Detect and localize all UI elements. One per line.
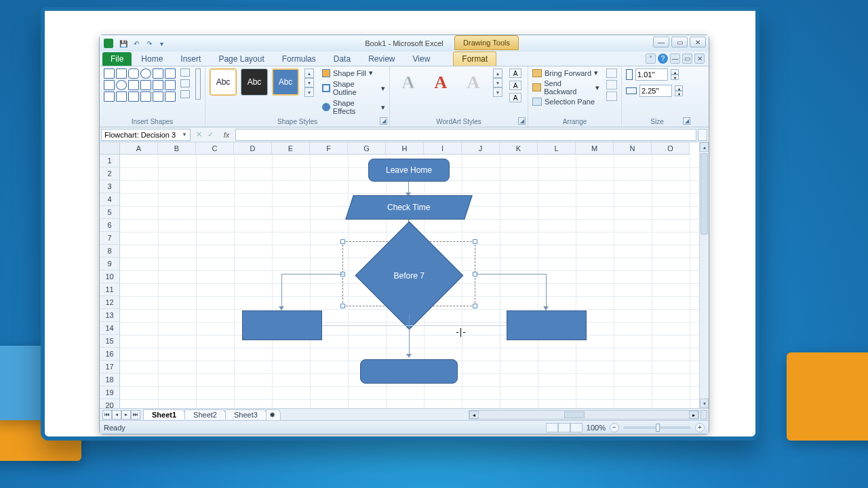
row-header[interactable]: 6 xyxy=(100,219,120,232)
workbook-restore-icon[interactable]: ▭ xyxy=(682,54,692,64)
row-header[interactable]: 15 xyxy=(100,335,120,348)
shape-style-2[interactable]: Abc xyxy=(241,68,268,96)
shape-outline-button[interactable]: Shape Outline ▾ xyxy=(322,80,385,96)
tab-review[interactable]: Review xyxy=(360,52,403,66)
row-header[interactable]: 4 xyxy=(100,193,120,206)
shape-styles-dialog-launcher[interactable]: ◢ xyxy=(380,117,387,125)
width-up[interactable]: ▴ xyxy=(675,85,683,91)
style-gallery-more-icon[interactable]: ▾ xyxy=(304,87,314,97)
col-header[interactable]: D xyxy=(234,142,272,155)
row-header[interactable]: 17 xyxy=(100,361,120,373)
page-break-view-button[interactable] xyxy=(570,423,583,432)
selection-pane-button[interactable]: Selection Pane xyxy=(532,98,599,106)
vscroll-thumb[interactable] xyxy=(701,153,708,235)
col-header[interactable]: L xyxy=(538,142,576,155)
minimize-ribbon-icon[interactable]: ˄ xyxy=(646,54,656,64)
gallery-more-icon[interactable] xyxy=(180,90,190,98)
hscroll-thumb[interactable] xyxy=(564,411,585,418)
row-header[interactable]: 7 xyxy=(100,232,120,245)
minimize-button[interactable]: — xyxy=(653,37,669,47)
col-header[interactable]: B xyxy=(158,142,196,155)
wordart-dialog-launcher[interactable]: ◢ xyxy=(518,117,526,125)
shape-process-left[interactable] xyxy=(242,310,322,340)
send-backward-button[interactable]: Send Backward ▾ xyxy=(532,79,599,96)
col-header[interactable]: M xyxy=(576,142,614,155)
shape-process-right[interactable] xyxy=(507,310,587,340)
wordart-gallery-up-icon[interactable]: ▴ xyxy=(493,68,502,78)
wordart-style-1[interactable]: A xyxy=(394,68,422,97)
row-header[interactable]: 10 xyxy=(100,270,120,283)
zoom-slider[interactable] xyxy=(623,426,691,429)
text-fill-button[interactable]: A xyxy=(509,68,521,78)
vertical-scrollbar[interactable]: ▴ ▾ xyxy=(699,142,709,408)
sheet-tab-2[interactable]: Sheet2 xyxy=(184,409,226,420)
shapes-canvas[interactable]: Leave Home Check Time xyxy=(120,155,699,408)
expand-formula-bar[interactable] xyxy=(698,129,707,141)
shape-style-gallery[interactable]: Abc Abc Abc xyxy=(210,68,299,96)
col-header[interactable]: N xyxy=(614,142,652,155)
col-header[interactable]: E xyxy=(272,142,310,155)
wordart-gallery-down-icon[interactable]: ▾ xyxy=(493,78,502,87)
scroll-down-icon[interactable]: ▾ xyxy=(700,399,709,408)
col-header[interactable]: A xyxy=(120,142,158,155)
gallery-down-icon[interactable] xyxy=(180,79,190,87)
shapes-gallery[interactable] xyxy=(104,68,176,102)
confirm-edit-icon[interactable]: ✓ xyxy=(208,130,214,139)
formula-input[interactable] xyxy=(235,129,696,141)
rotate-button[interactable] xyxy=(606,92,617,101)
bring-forward-button[interactable]: Bring Forward ▾ xyxy=(532,68,599,77)
resize-handle[interactable] xyxy=(340,304,345,308)
worksheet-area[interactable]: ABCDEFGHIJKLMNO 123456789101112131415161… xyxy=(100,142,709,408)
row-header[interactable]: 3 xyxy=(100,180,120,193)
style-gallery-up-icon[interactable]: ▴ xyxy=(304,68,314,78)
zoom-in-button[interactable]: + xyxy=(695,423,705,432)
column-headers[interactable]: ABCDEFGHIJKLMNO xyxy=(120,142,699,155)
tab-formulas[interactable]: Formulas xyxy=(274,52,324,66)
zoom-slider-thumb[interactable] xyxy=(656,424,660,432)
sheet-tab-1[interactable]: Sheet1 xyxy=(143,409,185,420)
tab-file[interactable]: File xyxy=(102,52,132,66)
edit-shape-button[interactable] xyxy=(195,68,201,100)
resize-handle[interactable] xyxy=(340,239,345,244)
cancel-edit-icon[interactable]: ✕ xyxy=(196,130,202,139)
shape-fill-button[interactable]: Shape Fill ▾ xyxy=(322,68,385,77)
name-box[interactable]: Flowchart: Decision 3▼ xyxy=(101,129,191,141)
workbook-minimize-icon[interactable]: — xyxy=(670,54,680,64)
sheet-tab-3[interactable]: Sheet3 xyxy=(225,409,267,420)
tab-home[interactable]: Home xyxy=(133,52,171,66)
wordart-style-3[interactable]: A xyxy=(459,68,488,97)
group-button[interactable] xyxy=(606,80,617,89)
zoom-out-button[interactable]: − xyxy=(610,423,619,432)
help-icon[interactable]: ? xyxy=(658,54,668,64)
connector[interactable] xyxy=(546,274,547,308)
tab-format[interactable]: Format xyxy=(453,52,496,66)
next-sheet-icon[interactable]: ▸ xyxy=(121,410,131,420)
shape-terminator-bottom[interactable] xyxy=(360,359,458,384)
style-gallery-down-icon[interactable]: ▾ xyxy=(304,78,314,87)
tab-view[interactable]: View xyxy=(405,52,439,66)
hscroll-left-icon[interactable]: ◂ xyxy=(469,411,479,419)
row-header[interactable]: 16 xyxy=(100,348,120,361)
shape-style-1[interactable]: Abc xyxy=(210,68,237,96)
height-up[interactable]: ▴ xyxy=(671,69,679,75)
text-outline-button[interactable]: A xyxy=(509,81,521,90)
width-down[interactable]: ▾ xyxy=(675,91,683,96)
row-header[interactable]: 1 xyxy=(100,155,120,167)
workbook-close-icon[interactable]: ✕ xyxy=(694,54,705,64)
first-sheet-icon[interactable]: ⏮ xyxy=(102,410,112,420)
close-button[interactable]: ✕ xyxy=(690,37,706,47)
row-header[interactable]: 2 xyxy=(100,167,120,180)
row-header[interactable]: 5 xyxy=(100,206,120,219)
resize-handle[interactable] xyxy=(473,304,477,308)
shape-decision-before-7[interactable]: Before 7 xyxy=(355,222,464,330)
scroll-up-icon[interactable]: ▴ xyxy=(700,142,709,152)
maximize-button[interactable]: ▭ xyxy=(671,37,688,47)
row-header[interactable]: 9 xyxy=(100,258,120,270)
tab-insert[interactable]: Insert xyxy=(172,52,209,66)
shape-data-check-time[interactable]: Check Time xyxy=(345,195,473,220)
tab-page-layout[interactable]: Page Layout xyxy=(210,52,272,66)
col-header[interactable]: I xyxy=(424,142,462,155)
select-all-corner[interactable] xyxy=(100,142,120,155)
hscroll-right-icon[interactable]: ▸ xyxy=(689,411,698,419)
row-header[interactable]: 19 xyxy=(100,386,120,399)
